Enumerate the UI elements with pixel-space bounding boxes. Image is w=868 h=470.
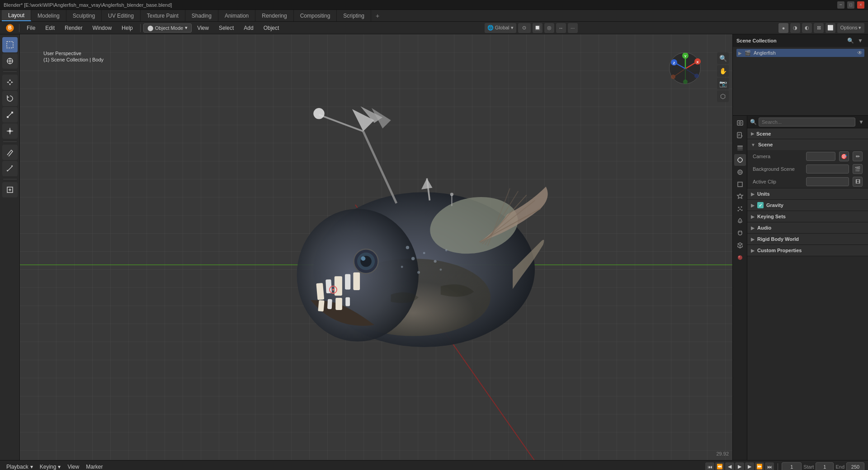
rotate-tool-button[interactable] (2, 91, 18, 106)
pan-button[interactable]: ✋ (717, 65, 729, 77)
prop-section-gravity-header[interactable]: ▶ ✓ Gravity (747, 200, 868, 211)
close-button[interactable]: × (857, 1, 864, 9)
scale-tool-button[interactable] (2, 107, 18, 122)
menu-select[interactable]: Select (214, 24, 238, 33)
proportional-editing[interactable]: ◎ (544, 23, 554, 33)
jump-to-start-button[interactable]: ⏮ (705, 462, 714, 470)
measure-tool-button[interactable] (2, 161, 18, 176)
select-tool-button[interactable] (2, 37, 18, 52)
prop-section-custom-properties-header[interactable]: ▶ Custom Properties (747, 245, 868, 256)
prop-tab-modifier[interactable] (734, 191, 746, 202)
blender-logo[interactable]: B (4, 23, 16, 33)
outliner-search-icon[interactable]: 🔍 (846, 37, 854, 45)
playback-dropdown[interactable]: Playback ▾ (4, 463, 36, 470)
camera-value[interactable] (806, 152, 835, 161)
maximize-button[interactable]: □ (847, 1, 854, 9)
outliner-item-anglerfish[interactable]: ▶ 🎬 Anglerfish 👁 (736, 49, 864, 57)
prev-keyframe-button[interactable]: ⏪ (715, 462, 724, 470)
global-orientation-dropdown[interactable]: 🌐 Global ▾ (485, 23, 516, 33)
transform-tool-button[interactable] (2, 123, 18, 139)
menu-help[interactable]: Help (117, 24, 137, 33)
start-frame-input[interactable]: 1 (816, 462, 834, 470)
prop-tab-constraints[interactable] (734, 227, 746, 239)
play-button[interactable]: ▶ (735, 462, 744, 470)
camera-edit-btn[interactable]: ✏ (853, 151, 863, 161)
menu-object[interactable]: Object (259, 24, 284, 33)
current-frame-input[interactable]: 1 (782, 462, 802, 470)
options-button[interactable]: Options ▾ (837, 23, 864, 33)
minimize-button[interactable]: − (837, 1, 844, 9)
tab-layout[interactable]: Layout (2, 10, 31, 21)
prop-search-arrow[interactable]: ▼ (857, 118, 865, 126)
prop-section-units-header[interactable]: ▶ Units (747, 188, 868, 199)
bg-scene-icon[interactable]: 🎬 (853, 164, 863, 174)
camera-view-button[interactable]: 📷 (717, 78, 729, 89)
transform-tool[interactable]: ↔ (556, 23, 566, 33)
xray-toggle[interactable]: ⬜ (826, 23, 835, 33)
object-mode-dropdown[interactable]: ⬤ Object Mode ▾ (143, 24, 192, 33)
tab-animation[interactable]: Animation (218, 10, 255, 21)
next-keyframe-button[interactable]: ⏩ (755, 462, 764, 470)
annotate-tool-button[interactable] (2, 145, 18, 160)
prop-tab-object[interactable] (734, 179, 746, 190)
tab-texture-paint[interactable]: Texture Paint (141, 10, 185, 21)
prop-tab-physics[interactable] (734, 215, 746, 227)
add-object-button[interactable] (2, 182, 18, 197)
add-workspace-button[interactable]: + (371, 10, 384, 21)
tab-uv-editing[interactable]: UV Editing (102, 10, 141, 21)
timeline-view-dropdown[interactable]: View (65, 463, 82, 470)
prop-section-keying-sets-header[interactable]: ▶ Keying Sets (747, 211, 868, 222)
prop-tab-render[interactable] (734, 118, 746, 129)
viewport-overlays[interactable]: ⊠ (814, 23, 824, 33)
viewport-shading-rendered[interactable]: ◐ (802, 23, 812, 33)
outliner-filter-icon[interactable]: ▼ (856, 37, 864, 45)
bg-scene-value[interactable] (806, 164, 849, 174)
viewport-shading-solid[interactable]: ● (778, 23, 788, 33)
window-controls[interactable]: − □ × (837, 1, 864, 9)
zoom-to-region-button[interactable]: 🔍 (717, 52, 729, 64)
prop-section-rigid-body-world-header[interactable]: ▶ Rigid Body World (747, 234, 868, 244)
menu-render[interactable]: Render (60, 24, 87, 33)
tab-rendering[interactable]: Rendering (255, 10, 293, 21)
prop-tab-view-layer[interactable] (734, 142, 746, 154)
menu-view[interactable]: View (193, 24, 213, 33)
end-frame-input[interactable]: 250 (846, 462, 864, 470)
ortho-toggle-button[interactable]: ⬡ (717, 90, 729, 102)
prop-search-input[interactable] (759, 118, 855, 127)
menu-add[interactable]: Add (239, 24, 258, 33)
keying-dropdown[interactable]: Keying ▾ (37, 463, 64, 470)
tab-compositing[interactable]: Compositing (294, 10, 337, 21)
viewport-navigation-gizmo[interactable]: X Y Z (669, 52, 705, 89)
tab-modeling[interactable]: Modeling (31, 10, 66, 21)
snap-toggle[interactable]: 🔲 (533, 23, 542, 33)
outliner-item-visible-icon[interactable]: 👁 (857, 50, 863, 56)
prop-tab-data[interactable] (734, 240, 746, 251)
pivot-point-dropdown[interactable]: ⊙ (518, 23, 531, 33)
prop-tab-particles[interactable] (734, 203, 746, 215)
prev-frame-button[interactable]: ◀ (725, 462, 734, 470)
marker-dropdown[interactable]: Marker (83, 463, 105, 470)
3d-viewport[interactable]: User Perspective (1) Scene Collection | … (20, 34, 732, 460)
tab-sculpting[interactable]: Sculpting (66, 10, 102, 21)
tab-scripting[interactable]: Scripting (337, 10, 371, 21)
camera-pick-btn[interactable]: 🎯 (839, 151, 849, 161)
move-tool-button[interactable] (2, 75, 18, 90)
next-frame-button[interactable]: ▶ (745, 462, 754, 470)
tab-shading[interactable]: Shading (185, 10, 218, 21)
menu-edit[interactable]: Edit (41, 24, 59, 33)
gravity-checkbox[interactable]: ✓ (757, 202, 764, 208)
viewport-shading-material[interactable]: ◑ (790, 23, 800, 33)
prop-tab-world[interactable] (734, 166, 746, 178)
prop-tab-scene[interactable] (734, 154, 746, 166)
menu-window[interactable]: Window (88, 24, 116, 33)
jump-to-end-button[interactable]: ⏭ (765, 462, 774, 470)
prop-section-audio-header[interactable]: ▶ Audio (747, 222, 868, 233)
extra-tools[interactable]: ··· (568, 23, 578, 33)
active-clip-value[interactable] (806, 177, 849, 186)
prop-section-scene-header[interactable]: ▼ Scene (747, 139, 868, 150)
menu-file[interactable]: File (22, 24, 40, 33)
prop-tab-material[interactable] (734, 252, 746, 263)
prop-tab-output[interactable] (734, 130, 746, 141)
active-clip-icon[interactable]: 🎞 (853, 177, 863, 187)
cursor-tool-button[interactable] (2, 53, 18, 69)
